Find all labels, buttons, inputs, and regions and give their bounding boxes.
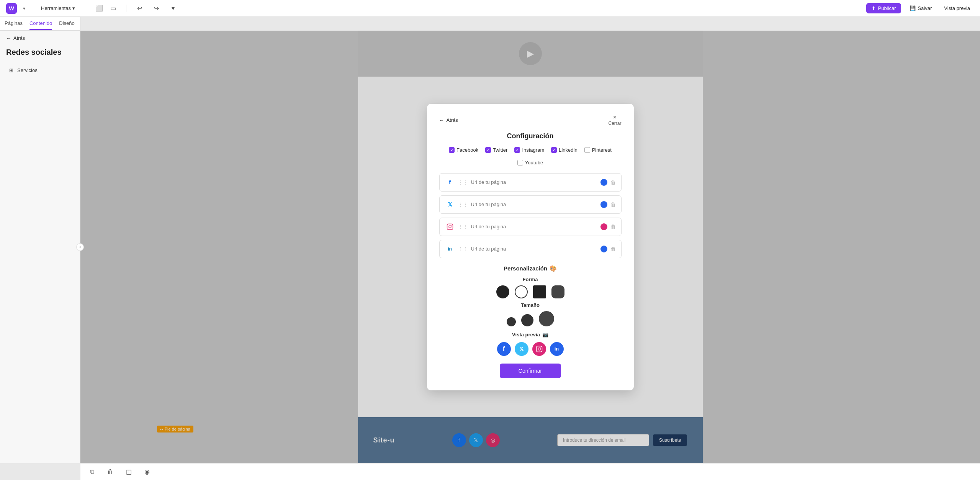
- drag-handle-twitter[interactable]: ⋮⋮: [458, 202, 468, 207]
- shape-square[interactable]: [533, 285, 546, 298]
- more-button[interactable]: ▾: [168, 3, 178, 14]
- divider1: [33, 5, 33, 12]
- checkbox-linkedin-box[interactable]: [551, 147, 557, 153]
- grid-icon: ⊞: [9, 67, 13, 73]
- social-checkboxes: Facebook Twitter Instagram Linkedin Pint…: [439, 147, 622, 165]
- shape-filled-circle[interactable]: [496, 285, 509, 298]
- modal-back-button[interactable]: ← Atrás: [439, 117, 458, 123]
- svg-rect-3: [536, 346, 542, 352]
- social-row-facebook: f ⋮⋮ 🗑: [439, 173, 622, 192]
- topbar-right: ⬆ Publicar 💾 Salvar Vista previa: [866, 3, 974, 13]
- size-large[interactable]: [539, 311, 554, 326]
- device-icons: ⬜ ▭: [94, 3, 118, 14]
- undo-button[interactable]: ↩: [134, 3, 145, 14]
- shape-outline-circle[interactable]: [515, 285, 528, 298]
- sidebar: ← Atrás Redes sociales ⊞ Servicios ‹: [0, 31, 80, 463]
- shape-options: [439, 285, 622, 298]
- drag-handle-linkedin[interactable]: ⋮⋮: [458, 246, 468, 252]
- redo-button[interactable]: ↪: [151, 3, 162, 14]
- checkbox-twitter-box[interactable]: [485, 147, 491, 153]
- linkedin-url-input[interactable]: [471, 246, 597, 252]
- layers-icon[interactable]: ◫: [123, 467, 134, 477]
- canvas-area: ▶ Site-u f 𝕏 ◎ Introduce tu dirección de…: [80, 31, 980, 463]
- mobile-icon[interactable]: ▭: [108, 3, 118, 14]
- preview-instagram-icon: [532, 342, 546, 356]
- delete-icon[interactable]: 🗑: [105, 467, 116, 477]
- configuration-modal: ← Atrás ✕ Cerrar Configuración Facebook: [427, 104, 634, 390]
- checkbox-facebook[interactable]: Facebook: [449, 147, 478, 153]
- tab-content[interactable]: Contenido: [29, 17, 52, 30]
- divider2: [83, 5, 83, 12]
- svg-point-4: [538, 348, 540, 350]
- modal-header: ← Atrás ✕ Cerrar: [439, 115, 622, 126]
- facebook-delete-icon[interactable]: 🗑: [610, 179, 616, 185]
- size-small[interactable]: [507, 317, 516, 326]
- shape-rounded-square[interactable]: [551, 285, 564, 298]
- drag-handle-facebook[interactable]: ⋮⋮: [458, 180, 468, 185]
- size-medium[interactable]: [521, 314, 533, 326]
- social-rows-list: f ⋮⋮ 🗑 𝕏 ⋮⋮ 🗑: [439, 173, 622, 258]
- close-x-icon: ✕: [613, 115, 617, 120]
- checkbox-facebook-box[interactable]: [449, 147, 455, 153]
- twitter-url-input[interactable]: [471, 202, 597, 207]
- twitter-color-dot[interactable]: [600, 201, 607, 208]
- preview-social-icons: f 𝕏 in: [439, 342, 622, 356]
- social-row-instagram: ⋮⋮ 🗑: [439, 218, 622, 236]
- social-row-twitter: 𝕏 ⋮⋮ 🗑: [439, 195, 622, 214]
- desktop-icon[interactable]: ⬜: [94, 3, 105, 14]
- personalization-icon: 🎨: [550, 265, 557, 272]
- preview-facebook-icon: f: [497, 342, 511, 356]
- checkbox-instagram[interactable]: Instagram: [514, 147, 544, 153]
- svg-point-1: [449, 226, 451, 228]
- linkedin-icon: in: [445, 244, 455, 254]
- facebook-icon: f: [445, 177, 455, 187]
- publish-button[interactable]: ⬆ Publicar: [866, 3, 901, 13]
- social-row-linkedin: in ⋮⋮ 🗑: [439, 240, 622, 258]
- visibility-icon[interactable]: ◉: [142, 467, 152, 477]
- checkbox-youtube-box[interactable]: [517, 160, 523, 165]
- checkbox-instagram-box[interactable]: [514, 147, 520, 153]
- save-button[interactable]: 💾 Salvar: [906, 3, 936, 13]
- divider3: [126, 5, 126, 12]
- modal-close-button[interactable]: ✕ Cerrar: [608, 115, 621, 126]
- topbar: W ▾ Herramientas ▾ ⬜ ▭ ↩ ↪ ▾ ⬆ Publicar …: [0, 0, 980, 17]
- instagram-color-dot[interactable]: [600, 223, 607, 230]
- tab-pages[interactable]: Páginas: [5, 17, 23, 30]
- checkbox-twitter[interactable]: Twitter: [485, 147, 507, 153]
- modal-title: Configuración: [439, 132, 622, 140]
- checkbox-pinterest[interactable]: Pinterest: [584, 147, 612, 153]
- instagram-delete-icon[interactable]: 🗑: [610, 224, 616, 230]
- vista-previa-label: Vista previa 📷: [439, 332, 622, 337]
- drag-handle-instagram[interactable]: ⋮⋮: [458, 224, 468, 229]
- logo-chevron[interactable]: ▾: [23, 6, 25, 11]
- checkbox-pinterest-box[interactable]: [584, 147, 590, 153]
- svg-point-2: [451, 225, 452, 226]
- instagram-url-input[interactable]: [471, 224, 597, 229]
- sidebar-collapse-button[interactable]: ‹: [76, 243, 84, 251]
- checkbox-linkedin[interactable]: Linkedin: [551, 147, 577, 153]
- size-options: [439, 311, 622, 326]
- linkedin-color-dot[interactable]: [600, 246, 607, 252]
- confirm-button[interactable]: Confirmar: [500, 364, 561, 378]
- preview-linkedin-icon: in: [550, 342, 564, 356]
- tabs-bar: Páginas Contenido Diseño: [0, 17, 80, 31]
- canvas-inner: ▶ Site-u f 𝕏 ◎ Introduce tu dirección de…: [80, 31, 980, 463]
- facebook-url-input[interactable]: [471, 179, 597, 185]
- checkbox-youtube[interactable]: Youtube: [517, 160, 543, 165]
- sidebar-title: Redes sociales: [0, 46, 80, 63]
- tab-design[interactable]: Diseño: [59, 17, 74, 30]
- sidebar-item-services[interactable]: ⊞ Servicios: [3, 64, 77, 77]
- svg-point-5: [540, 347, 541, 348]
- copy-icon[interactable]: ⧉: [87, 467, 97, 477]
- forma-label: Forma: [439, 277, 622, 282]
- twitter-icon: 𝕏: [445, 200, 455, 210]
- personalization-title: Personalización 🎨: [439, 265, 622, 272]
- preview-twitter-icon: 𝕏: [515, 342, 528, 356]
- facebook-color-dot[interactable]: [600, 179, 607, 186]
- tools-menu[interactable]: Herramientas ▾: [41, 5, 75, 11]
- preview-button[interactable]: Vista previa: [940, 3, 974, 13]
- twitter-delete-icon[interactable]: 🗑: [610, 202, 616, 208]
- tamano-label: Tamaño: [439, 302, 622, 308]
- sidebar-back-button[interactable]: ← Atrás: [0, 31, 80, 46]
- linkedin-delete-icon[interactable]: 🗑: [610, 246, 616, 252]
